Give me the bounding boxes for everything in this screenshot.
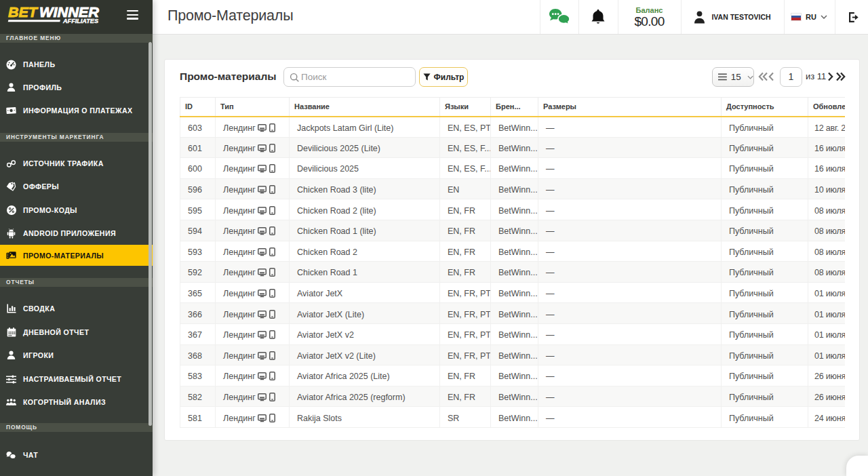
svg-text:AFFILIATES: AFFILIATES	[62, 17, 99, 24]
svg-text:BET: BET	[8, 4, 39, 20]
